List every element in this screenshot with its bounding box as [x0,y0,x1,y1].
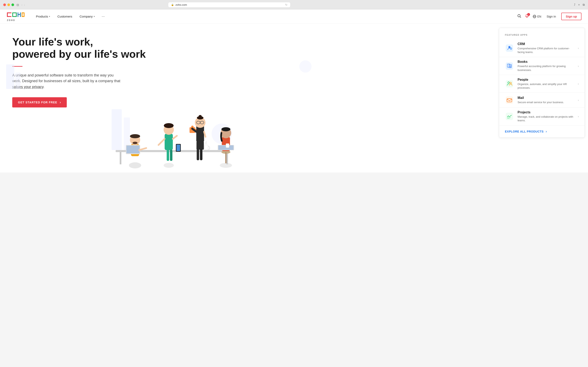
app-item-crm[interactable]: CRM Comprehensive CRM platform for custo… [499,39,585,57]
svg-rect-2 [7,16,11,17]
hero-section: Your life's work, powered by our life's … [0,24,588,170]
people-desc: Organize, automate, and simplify your HR… [518,82,574,90]
svg-line-52 [158,139,164,145]
svg-rect-59 [196,125,204,142]
featured-panel: FEATURED APPS CRM Comprehensive CRM plat… [499,28,585,138]
explore-all-link[interactable]: EXPLORE ALL PRODUCTS › [499,125,585,137]
hero-illustration [12,105,329,170]
browser-nav-controls: ‹ › [21,3,25,7]
security-icon: 🔒 [171,3,174,6]
app-item-books[interactable]: Books Powerful accounting platform for g… [499,57,585,75]
svg-point-48 [164,163,174,168]
page: ZOHO Products ▾ Customers Company ▾ ··· [0,9,588,173]
share-icon[interactable]: ⤴ [574,3,575,7]
featured-label: FEATURED APPS [499,34,585,39]
svg-point-77 [221,127,230,131]
zoho-logo: ZOHO [7,11,25,22]
minimize-button[interactable] [7,3,10,6]
app-item-mail[interactable]: Mail Secure email service for your busin… [499,93,585,108]
language-selector[interactable]: EN [533,15,541,18]
cta-arrow-icon: › [60,100,61,104]
maximize-button[interactable] [11,3,14,6]
svg-rect-46 [126,146,139,153]
svg-line-16 [520,17,521,17]
nav-company[interactable]: Company ▾ [77,13,98,20]
browser-chrome: ⊡ ‹ › 🔒 zoho.com ↻ ⤴ + ⧉ [0,0,588,9]
books-info: Books Powerful accounting platform for g… [518,60,574,72]
close-button[interactable] [3,3,6,6]
svg-point-44 [132,142,138,144]
nav-customers[interactable]: Customers [54,13,75,20]
explore-label: EXPLORE ALL PRODUCTS [505,130,544,133]
nav-right: ! EN Sign in Sign up [517,13,581,20]
mail-desc: Secure email service for your business. [518,100,574,104]
svg-rect-70 [200,149,202,160]
search-icon[interactable] [517,14,521,19]
hero-title-line2: powered by our life's work [12,48,146,60]
svg-point-51 [164,123,173,128]
notification-badge: ! [527,13,530,16]
crm-chevron: › [578,47,579,50]
signin-link[interactable]: Sign in [545,13,558,20]
new-tab-icon[interactable]: + [578,3,580,7]
svg-rect-39 [226,152,228,164]
company-chevron: ▾ [94,15,95,17]
products-label: Products [36,15,48,18]
nav-more[interactable]: ··· [99,13,107,20]
lang-label: EN [537,15,541,18]
sidebar-toggle[interactable]: ⊡ [17,3,19,7]
svg-rect-34 [112,109,122,150]
navbar: ZOHO Products ▾ Customers Company ▾ ··· [0,9,588,24]
mail-icon [505,96,514,105]
svg-rect-74 [225,152,226,163]
hero-title-line1: Your life's work, [12,36,93,48]
projects-info: Projects Manage, track, and collaborate … [518,110,574,122]
subtitle-end: . [43,85,44,89]
svg-rect-71 [204,145,208,150]
projects-desc: Manage, track, and collaborate on projec… [518,115,574,122]
back-button[interactable]: ‹ [21,3,22,7]
subtitle-text: A unique and powerful software suite to … [12,73,120,83]
traffic-lights [3,3,14,6]
people-name: People [518,78,574,82]
svg-rect-58 [170,150,172,161]
svg-line-67 [204,132,205,137]
bg-shape-2 [15,73,20,89]
books-icon [505,62,514,71]
mail-info: Mail Secure email service for your busin… [518,96,574,104]
svg-point-15 [518,15,520,17]
notification-icon[interactable]: ! [525,14,529,19]
svg-point-43 [130,134,140,138]
tabs-icon[interactable]: ⧉ [583,3,585,7]
app-item-projects[interactable]: Projects Manage, track, and collaborate … [499,108,585,125]
svg-point-65 [199,115,202,118]
forward-button[interactable]: › [24,3,25,7]
company-label: Company [80,15,93,18]
svg-rect-57 [167,150,169,161]
products-chevron: ▾ [49,15,50,17]
svg-rect-28 [506,80,513,87]
logo-area[interactable]: ZOHO [7,11,25,22]
mail-chevron: › [578,99,579,102]
svg-point-40 [129,162,141,168]
signup-button[interactable]: Sign up [561,13,581,20]
people-info: People Organize, automate, and simplify … [518,78,574,90]
cta-label: GET STARTED FOR FREE [18,101,57,104]
svg-line-47 [139,148,146,150]
people-chevron: › [578,82,579,85]
reload-button[interactable]: ↻ [285,3,287,6]
svg-rect-33 [506,113,513,120]
nav-products[interactable]: Products ▾ [33,13,53,20]
app-item-people[interactable]: People Organize, automate, and simplify … [499,75,585,93]
svg-rect-6 [16,12,17,17]
svg-rect-69 [197,149,199,160]
url-text: zoho.com [176,3,187,6]
bg-shape-1 [6,64,14,89]
url-bar[interactable]: 🔒 zoho.com ↻ [168,2,291,8]
people-icon [505,79,514,88]
projects-name: Projects [518,110,574,114]
svg-point-72 [220,163,232,168]
hero-subtitle: A unique and powerful software suite to … [12,72,122,90]
svg-rect-9 [20,12,21,17]
svg-line-53 [173,136,177,139]
